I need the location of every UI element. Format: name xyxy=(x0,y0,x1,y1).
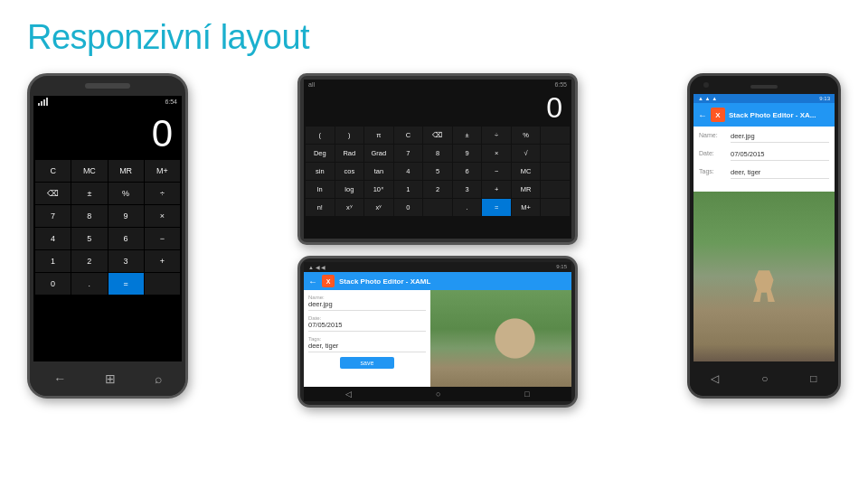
wp-btn-8[interactable]: 8 xyxy=(71,205,107,227)
android-time: 9:13 xyxy=(819,96,830,101)
wp-btn-6[interactable]: 6 xyxy=(108,228,144,249)
tablet-btn-grad[interactable]: Grad xyxy=(364,145,393,162)
wp-btn-4[interactable]: 4 xyxy=(35,228,71,249)
wp-nav-search-icon[interactable]: ⌕ xyxy=(155,371,162,386)
nav-recent-icon[interactable]: □ xyxy=(524,389,529,399)
android-status-bar: ▲ ▲ ▲ 9:13 xyxy=(693,94,835,103)
android-name-label: Name: xyxy=(699,132,731,138)
tablet-btn-2[interactable]: 2 xyxy=(423,181,452,198)
android-nav-back[interactable]: ◁ xyxy=(711,372,719,385)
android-app-title: Stack Photo Editor - XA... xyxy=(729,111,830,119)
tablet-btn-pi[interactable]: π xyxy=(364,127,393,144)
tablet-btn-pm[interactable]: ± xyxy=(453,127,482,144)
android-tags-value[interactable]: deer, tiger xyxy=(731,168,829,179)
nav-back-icon[interactable]: ◁ xyxy=(345,389,352,399)
wp-btn-7[interactable]: 7 xyxy=(35,205,71,227)
android-form: Name: deer.jpg Date: 07/05/2015 Tags: de… xyxy=(693,127,835,192)
tablet-btn-div[interactable]: ÷ xyxy=(482,127,511,144)
wp-btn-multiply[interactable]: × xyxy=(145,205,180,227)
tablet-btn-minus[interactable]: − xyxy=(482,163,511,180)
tags-value[interactable]: deer, tiger xyxy=(308,342,426,352)
wp-btn-mc[interactable]: MC xyxy=(71,160,107,182)
signal-bar-1 xyxy=(38,103,40,106)
tablet-btn-sqrt[interactable]: √ xyxy=(512,145,541,162)
wp-btn-percent[interactable]: % xyxy=(108,183,144,204)
save-button[interactable]: save xyxy=(340,357,394,369)
tablet-time: 6:55 xyxy=(554,81,567,88)
tablet-btn-xy2[interactable]: xʸ xyxy=(364,199,393,216)
tablet-btn-0[interactable]: 0 xyxy=(394,199,423,216)
tablet-btn-xy1[interactable]: xʸ xyxy=(335,199,364,216)
nav-home-icon[interactable]: ○ xyxy=(436,389,440,399)
form-row-tags: Tags: deer, tiger xyxy=(308,336,426,352)
tablet-btn-oparen[interactable]: ( xyxy=(306,127,335,144)
tablet-signal: all xyxy=(308,81,315,88)
wp-btn-2[interactable]: 2 xyxy=(71,250,107,272)
tablet-btn-6[interactable]: 6 xyxy=(453,163,482,180)
date-value[interactable]: 07/05/2015 xyxy=(308,321,426,332)
wp-btn-backspace[interactable]: ⌫ xyxy=(35,183,71,204)
wp-btn-1[interactable]: 1 xyxy=(35,250,71,272)
wp-btn-mr[interactable]: MR xyxy=(108,160,144,182)
tablet-btn-deg[interactable]: Deg xyxy=(306,145,335,162)
tablet-btn-ln[interactable]: ln xyxy=(306,181,335,198)
wp-btn-plusminus[interactable]: ± xyxy=(71,183,107,204)
wp-display: 0 xyxy=(33,112,182,155)
wp-btn-dot[interactable]: . xyxy=(71,273,107,295)
wp-nav-back-icon[interactable]: ← xyxy=(53,371,66,386)
tablet-btn-rad[interactable]: Rad xyxy=(335,145,364,162)
tablet-btn-4[interactable]: 4 xyxy=(394,163,423,180)
wp-status-bar: 6:54 xyxy=(33,96,182,108)
android-name-value[interactable]: deer.jpg xyxy=(731,132,829,143)
tablet-btn-5[interactable]: 5 xyxy=(423,163,452,180)
phone-land-back-icon[interactable]: ← xyxy=(308,277,317,286)
tablet-btn-mr[interactable]: MR xyxy=(512,181,541,198)
android-tags-label: Tags: xyxy=(699,168,731,174)
android-name-row: Name: deer.jpg xyxy=(699,132,829,143)
tablet-btn-8[interactable]: 8 xyxy=(423,145,452,162)
tablet-btn-mplus[interactable]: M+ xyxy=(512,199,541,216)
wp-btn-minus[interactable]: − xyxy=(145,228,180,249)
wp-nav-home-icon[interactable]: ⊞ xyxy=(105,371,116,386)
wp-btn-equals[interactable]: = xyxy=(108,273,144,295)
tablet-btn-mc[interactable]: MC xyxy=(512,163,541,180)
wp-btn-mplus[interactable]: M+ xyxy=(145,160,180,182)
phone-land-app-title: Stack Photo Editor - XAML xyxy=(339,277,567,286)
tablet-btn-tan[interactable]: tan xyxy=(364,163,393,180)
wp-btn-9[interactable]: 9 xyxy=(108,205,144,227)
phone-land-toolbar: ← X Stack Photo Editor - XAML xyxy=(304,272,571,290)
tablet-btn-7[interactable]: 7 xyxy=(394,145,423,162)
tablet-btn-10x[interactable]: 10ˣ xyxy=(364,181,393,198)
tablet-btn-c[interactable]: C xyxy=(394,127,423,144)
tablet-btn-mul[interactable]: × xyxy=(482,145,511,162)
wp-btn-0[interactable]: 0 xyxy=(35,273,71,295)
tablet-btn-1[interactable]: 1 xyxy=(394,181,423,198)
wp-screen: 6:54 0 C MC MR M+ ⌫ ± % ÷ 7 8 9 × 4 xyxy=(33,96,182,361)
tablet-btn-cos[interactable]: cos xyxy=(335,163,364,180)
page-title: Responzivní layout xyxy=(27,18,841,57)
tablet-btn-bs[interactable]: ⌫ xyxy=(423,127,452,144)
android-signal: ▲ ▲ ▲ xyxy=(698,96,717,101)
tablet-btn-cparen[interactable]: ) xyxy=(335,127,364,144)
tablet-btn-nfact[interactable]: n! xyxy=(306,199,335,216)
tablet-btn-eq[interactable]: = xyxy=(482,199,511,216)
android-back-icon[interactable]: ← xyxy=(698,110,707,120)
wp-btn-5[interactable]: 5 xyxy=(71,228,107,249)
wp-btn-c[interactable]: C xyxy=(35,160,71,182)
name-value[interactable]: deer.jpg xyxy=(308,300,426,311)
tablet-btn-9[interactable]: 9 xyxy=(453,145,482,162)
android-nav-recent[interactable]: □ xyxy=(810,372,816,385)
tablet-btn-log[interactable]: log xyxy=(335,181,364,198)
wp-btn-divide[interactable]: ÷ xyxy=(145,183,180,204)
tablet-btn-pct[interactable]: % xyxy=(512,127,541,144)
device-phone-landscape: ▲ ◀ ◀ 9:15 ← X Stack Photo Editor - XAML xyxy=(297,256,578,408)
tablet-btn-dot[interactable]: . xyxy=(453,199,482,216)
tablet-btn-plus[interactable]: + xyxy=(482,181,511,198)
tablet-btn-sin[interactable]: sin xyxy=(306,163,335,180)
wp-btn-3[interactable]: 3 xyxy=(108,250,144,272)
android-nav-home[interactable]: ○ xyxy=(761,372,768,385)
android-date-value[interactable]: 07/05/2015 xyxy=(731,150,829,161)
wp-btn-plus[interactable]: + xyxy=(145,250,180,272)
tablet-btn-3[interactable]: 3 xyxy=(453,181,482,198)
phone-land-app-icon: X xyxy=(322,275,335,287)
